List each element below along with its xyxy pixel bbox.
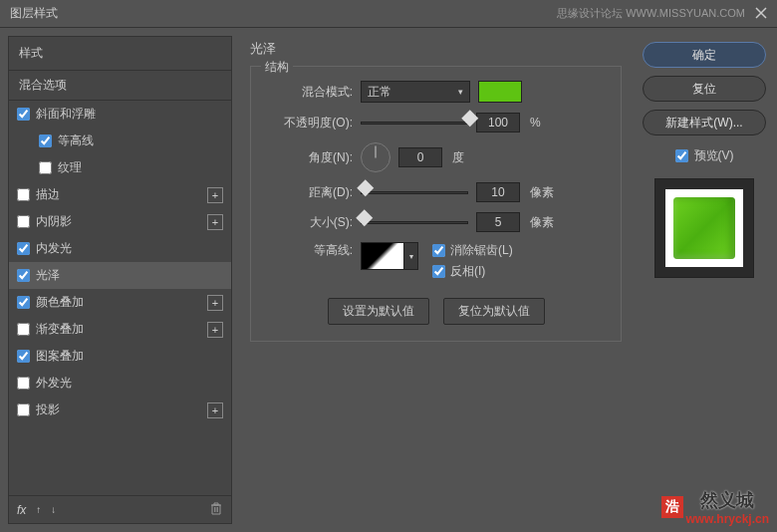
- blend-options[interactable]: 混合选项: [9, 71, 231, 101]
- contour-picker[interactable]: [361, 242, 404, 270]
- style-label: 颜色叠加: [36, 294, 201, 311]
- opacity-unit: %: [530, 116, 541, 130]
- style-checkbox[interactable]: [17, 188, 30, 201]
- blend-mode-label: 混合模式:: [263, 84, 353, 101]
- add-effect-button[interactable]: +: [207, 402, 223, 418]
- style-label: 图案叠加: [36, 348, 223, 365]
- distance-input[interactable]: [476, 182, 520, 202]
- settings-panel: 光泽 结构 混合模式: 正常 ▾ 不透明度(O): % 角度(N):: [240, 36, 632, 524]
- distance-unit: 像素: [530, 184, 554, 201]
- style-label: 描边: [36, 186, 201, 203]
- preview-box: [654, 178, 754, 278]
- section-title: 光泽: [250, 40, 622, 58]
- angle-dial[interactable]: [361, 142, 390, 172]
- style-item[interactable]: 内阴影+: [9, 208, 231, 235]
- titlebar: 图层样式 思缘设计论坛 WWW.MISSYUAN.COM: [0, 0, 777, 28]
- style-item[interactable]: 等高线: [9, 128, 231, 154]
- distance-slider[interactable]: [361, 185, 468, 199]
- preview-label: 预览(V): [694, 147, 734, 164]
- style-label: 光泽: [36, 267, 223, 284]
- size-label: 大小(S):: [263, 214, 353, 231]
- preview-checkbox[interactable]: [675, 149, 688, 162]
- add-effect-button[interactable]: +: [207, 187, 223, 203]
- fx-label[interactable]: fx: [17, 503, 26, 517]
- style-checkbox[interactable]: [17, 269, 30, 282]
- style-label: 投影: [36, 401, 201, 418]
- style-item[interactable]: 外发光: [9, 370, 231, 397]
- style-label: 斜面和浮雕: [36, 106, 223, 123]
- style-item[interactable]: 颜色叠加+: [9, 289, 231, 316]
- style-checkbox[interactable]: [39, 134, 52, 147]
- style-checkbox[interactable]: [17, 323, 30, 336]
- style-checkbox[interactable]: [17, 108, 30, 121]
- style-checkbox[interactable]: [17, 377, 30, 390]
- style-checkbox[interactable]: [17, 215, 30, 228]
- style-label: 渐变叠加: [36, 321, 201, 338]
- styles-panel: 样式 混合选项 斜面和浮雕等高线纹理描边+内阴影+内发光光泽颜色叠加+渐变叠加+…: [8, 36, 232, 524]
- styles-header: 样式: [9, 37, 231, 71]
- cancel-button[interactable]: 复位: [643, 76, 766, 102]
- new-style-button[interactable]: 新建样式(W)...: [643, 110, 766, 135]
- set-default-button[interactable]: 设置为默认值: [328, 298, 429, 325]
- style-label: 内发光: [36, 240, 223, 257]
- style-list: 斜面和浮雕等高线纹理描边+内阴影+内发光光泽颜色叠加+渐变叠加+图案叠加外发光投…: [9, 101, 231, 495]
- angle-unit: 度: [452, 149, 464, 166]
- arrow-down-icon[interactable]: ↓: [51, 504, 56, 515]
- angle-input[interactable]: [398, 147, 442, 167]
- distance-label: 距离(D):: [263, 184, 353, 201]
- style-label: 纹理: [58, 159, 223, 176]
- add-effect-button[interactable]: +: [207, 214, 223, 230]
- add-effect-button[interactable]: +: [207, 295, 223, 311]
- chevron-down-icon: ▾: [458, 87, 463, 97]
- right-panel: 确定 复位 新建样式(W)... 预览(V): [640, 36, 769, 524]
- trash-icon[interactable]: [209, 501, 223, 518]
- window-title: 图层样式: [10, 5, 58, 22]
- size-unit: 像素: [530, 214, 554, 231]
- invert-checkbox[interactable]: [432, 265, 445, 278]
- style-item[interactable]: 纹理: [9, 154, 231, 181]
- arrow-up-icon[interactable]: ↑: [36, 504, 41, 515]
- antialias-checkbox[interactable]: [432, 244, 445, 257]
- structure-fieldset: 结构 混合模式: 正常 ▾ 不透明度(O): % 角度(N):: [250, 66, 622, 342]
- invert-label: 反相(I): [450, 263, 485, 280]
- style-label: 内阴影: [36, 213, 201, 230]
- blend-mode-value: 正常: [368, 84, 391, 101]
- titlebar-watermark: 思缘设计论坛 WWW.MISSYUAN.COM: [557, 6, 745, 21]
- opacity-label: 不透明度(O):: [263, 115, 353, 132]
- style-item[interactable]: 图案叠加: [9, 343, 231, 370]
- style-item[interactable]: 描边+: [9, 181, 231, 208]
- style-item[interactable]: 渐变叠加+: [9, 316, 231, 343]
- contour-label: 等高线:: [263, 242, 353, 259]
- style-item[interactable]: 斜面和浮雕: [9, 101, 231, 128]
- style-checkbox[interactable]: [17, 350, 30, 363]
- style-checkbox[interactable]: [17, 242, 30, 255]
- opacity-input[interactable]: [476, 113, 520, 133]
- reset-default-button[interactable]: 复位为默认值: [443, 298, 545, 325]
- angle-label: 角度(N):: [263, 149, 353, 166]
- color-swatch[interactable]: [478, 81, 522, 103]
- close-icon[interactable]: [755, 6, 767, 22]
- style-checkbox[interactable]: [17, 403, 30, 416]
- style-item[interactable]: 内发光: [9, 235, 231, 262]
- style-checkbox[interactable]: [39, 161, 52, 174]
- antialias-label: 消除锯齿(L): [450, 242, 513, 259]
- structure-legend: 结构: [261, 59, 293, 76]
- size-input[interactable]: [476, 212, 520, 232]
- invert-row[interactable]: 反相(I): [432, 263, 513, 280]
- style-item[interactable]: 投影+: [9, 397, 231, 423]
- antialias-row[interactable]: 消除锯齿(L): [432, 242, 513, 259]
- opacity-slider[interactable]: [361, 116, 468, 130]
- contour-dropdown[interactable]: ▾: [404, 242, 418, 270]
- blend-mode-select[interactable]: 正常 ▾: [361, 81, 470, 103]
- style-item[interactable]: 光泽: [9, 262, 231, 289]
- style-label: 等高线: [58, 133, 223, 149]
- styles-footer: fx ↑ ↓: [9, 495, 231, 523]
- ok-button[interactable]: 确定: [643, 42, 766, 68]
- style-checkbox[interactable]: [17, 296, 30, 309]
- style-label: 外发光: [36, 375, 223, 392]
- preview-row[interactable]: 预览(V): [675, 147, 734, 164]
- size-slider[interactable]: [361, 215, 468, 229]
- add-effect-button[interactable]: +: [207, 322, 223, 338]
